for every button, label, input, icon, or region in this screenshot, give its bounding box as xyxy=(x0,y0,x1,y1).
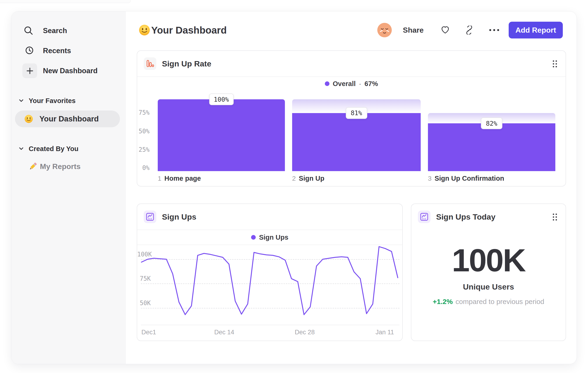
sidebar-item-your-dashboard[interactable]: Your Dashboard xyxy=(15,111,120,127)
page-title: Your Dashboard xyxy=(151,24,227,36)
step-name: Sign Up Confirmation xyxy=(435,175,504,182)
line-chart-icon-box xyxy=(144,211,156,223)
card-header: Sign Up Rate xyxy=(137,51,566,77)
delta-value: +1.2% xyxy=(433,298,453,306)
sidebar-item-new-dashboard[interactable]: New Dashboard xyxy=(22,63,120,78)
favorite-heart-icon[interactable] xyxy=(441,25,450,35)
funnel-bar[interactable] xyxy=(292,113,421,171)
line-chart-icon xyxy=(420,213,428,221)
user-avatar[interactable] xyxy=(377,23,392,38)
dashboard-smiley-emoji-icon xyxy=(139,24,150,36)
x-axis-tick: Dec 28 xyxy=(295,329,315,335)
search-icon xyxy=(24,26,34,36)
step-name: Home page xyxy=(165,175,201,182)
chevron-down-icon xyxy=(18,99,24,103)
card-title: Sign Ups Today xyxy=(436,204,495,230)
sidebar-section-created-by-you[interactable]: Created By You xyxy=(18,145,116,153)
funnel-bar[interactable] xyxy=(428,123,555,171)
legend-separator: · xyxy=(359,80,361,88)
legend-dot xyxy=(251,235,256,240)
sidebar-item-search[interactable]: Search xyxy=(24,26,117,36)
more-options-ellipsis-icon[interactable] xyxy=(489,29,500,31)
drag-handle-icon[interactable] xyxy=(550,212,559,222)
y-axis-tick: 0% xyxy=(137,165,150,171)
metric-caption: Unique Users xyxy=(411,282,566,292)
plus-icon-box xyxy=(22,63,37,78)
funnel-chart-icon-box xyxy=(144,57,156,70)
sidebar-item-label: New Dashboard xyxy=(43,66,97,76)
app-window: Search Recents New Dashboard Your Favori xyxy=(11,11,577,364)
line-chart-icon xyxy=(146,213,154,221)
x-axis-line xyxy=(141,325,399,325)
step-number: 3 xyxy=(428,175,432,182)
card-title: Sign Up Rate xyxy=(162,51,211,76)
x-axis-tick: Jan 11 xyxy=(375,329,394,335)
step-number: 2 xyxy=(292,175,296,182)
sidebar: Search Recents New Dashboard Your Favori xyxy=(11,11,126,364)
plus-icon xyxy=(26,67,33,74)
metric-value: 100K xyxy=(411,243,566,278)
y-axis-tick: 75% xyxy=(137,110,150,116)
smiley-emoji-icon xyxy=(24,114,33,123)
sidebar-section-your-favorites[interactable]: Your Favorites xyxy=(18,97,116,105)
sign-up-rate-card: Sign Up Rate Overall · 67% 75% 50% 25% 0… xyxy=(137,50,566,186)
card-header: Sign Ups Today xyxy=(411,204,566,230)
sidebar-item-recents[interactable]: Recents xyxy=(24,46,117,56)
x-axis-tick: Dec1 xyxy=(141,329,156,335)
funnel-bar-chart-icon xyxy=(146,60,154,68)
section-title: Created By You xyxy=(29,145,78,153)
funnel-value-tooltip: 82% xyxy=(481,118,502,129)
sign-ups-card: Sign Ups Sign Ups 100K 75K 50K Dec1 Dec … xyxy=(137,203,403,341)
background-window-edge xyxy=(0,0,131,3)
x-axis-tick: Dec 14 xyxy=(214,329,234,335)
chevron-down-icon xyxy=(18,147,24,151)
legend-label: Overall xyxy=(333,80,356,88)
line-legend[interactable]: Sign Ups xyxy=(137,230,402,245)
funnel-bar[interactable] xyxy=(158,99,285,171)
card-header: Sign Ups xyxy=(137,204,402,230)
metric-delta-row: +1.2% compared to previous period xyxy=(411,298,566,306)
step-number: 1 xyxy=(158,175,161,182)
y-axis-tick: 50% xyxy=(137,128,150,134)
sidebar-item-label: Search xyxy=(43,26,67,36)
clock-icon xyxy=(25,46,35,56)
funnel-legend[interactable]: Overall · 67% xyxy=(137,77,566,91)
card-title: Sign Ups xyxy=(162,204,196,230)
sidebar-item-label: Your Dashboard xyxy=(39,111,99,127)
funnel-step-label: 1Home page xyxy=(158,175,201,182)
copy-link-icon[interactable] xyxy=(465,26,474,34)
step-name: Sign Up xyxy=(299,175,325,182)
drag-handle-icon[interactable] xyxy=(550,59,559,69)
legend-value: 67% xyxy=(365,80,378,88)
share-button[interactable]: Share xyxy=(402,23,424,38)
section-title: Your Favorites xyxy=(29,97,76,105)
add-report-button[interactable]: Add Report xyxy=(509,22,563,39)
sidebar-item-my-reports[interactable]: My Reports xyxy=(28,161,121,172)
pencil-emoji-icon xyxy=(28,161,38,171)
funnel-value-tooltip: 81% xyxy=(346,107,367,119)
funnel-step-label: 2Sign Up xyxy=(292,175,324,182)
sidebar-item-label: Recents xyxy=(43,46,71,56)
line-chart-icon-box xyxy=(418,211,430,223)
y-axis-tick: 25% xyxy=(137,147,150,153)
sign-ups-line-series[interactable] xyxy=(137,245,402,325)
delta-caption: compared to previous period xyxy=(455,298,544,306)
legend-dot xyxy=(325,81,329,86)
sidebar-item-label: My Reports xyxy=(40,161,81,172)
legend-label: Sign Ups xyxy=(259,234,288,241)
funnel-step-label: 3Sign Up Confirmation xyxy=(428,175,504,182)
funnel-value-tooltip: 100% xyxy=(209,93,234,105)
sign-ups-today-card: Sign Ups Today 100K Unique Users +1.2% c… xyxy=(411,203,566,341)
